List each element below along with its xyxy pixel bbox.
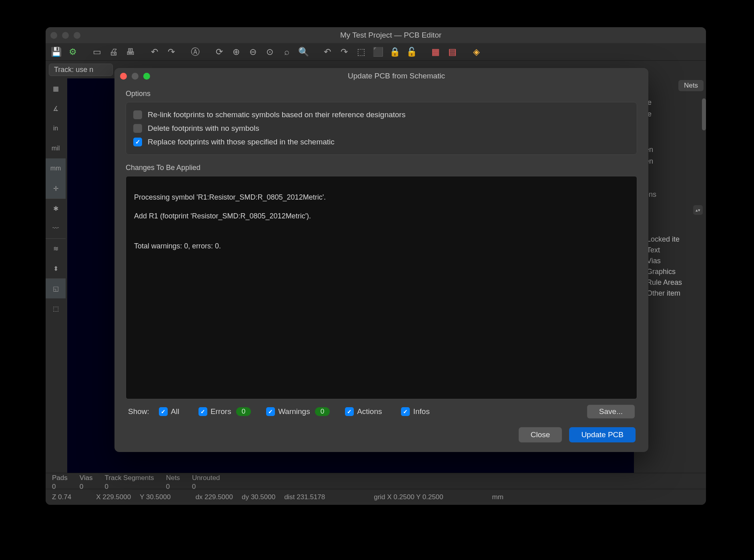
rotate-ccw-icon[interactable]: ↶ xyxy=(320,45,335,59)
zone-display-icon[interactable]: ◱ xyxy=(46,278,66,298)
show-warnings-toggle[interactable]: Warnings0 xyxy=(266,407,330,416)
plot-icon[interactable]: 🖶 xyxy=(123,45,138,59)
main-close-button[interactable] xyxy=(50,32,57,39)
replace-footprints-option[interactable]: Replace footprints with those specified … xyxy=(133,135,630,149)
check-label: Graphics xyxy=(647,268,676,276)
status-x: X 229.5000 xyxy=(96,493,131,501)
checkbox-checked-icon xyxy=(266,407,275,416)
track-width-combo[interactable]: Track: use n xyxy=(49,64,113,76)
show-filter-row: Show: All Errors0 Warnings0 Actions Info… xyxy=(126,399,637,418)
grid-toggle-icon[interactable]: ▦ xyxy=(46,78,66,98)
pads-label: Pads xyxy=(52,474,68,482)
log-line: Add R1 (footprint 'Resistor_SMD:R_0805_2… xyxy=(134,212,629,221)
dialog-actions: Close Update PCB xyxy=(126,418,637,446)
dialog-maximize-button[interactable] xyxy=(143,73,150,80)
zoom-out-icon[interactable]: ⊖ xyxy=(246,45,260,59)
save-icon[interactable]: 💾 xyxy=(49,45,63,59)
nets-label: Nets xyxy=(166,474,180,482)
checkbox-checked-icon xyxy=(345,407,354,416)
ratsnest-icon[interactable]: ✱ xyxy=(46,198,66,218)
close-button[interactable]: Close xyxy=(519,427,562,442)
filter-label: Actions xyxy=(357,407,382,416)
options-box: Re-link footprints to schematic symbols … xyxy=(126,102,637,155)
main-minimize-button[interactable] xyxy=(62,32,69,39)
flip-v-icon[interactable]: ⬛ xyxy=(371,45,385,59)
changes-log: Processing symbol 'R1:Resistor_SMD:R_080… xyxy=(126,176,637,399)
footprint-browser-icon[interactable]: ▤ xyxy=(445,45,459,59)
refresh-icon[interactable]: ⟳ xyxy=(212,45,227,59)
dialog-title: Update PCB from Schematic xyxy=(150,72,643,80)
unlock-icon[interactable]: 🔓 xyxy=(404,45,419,59)
checkbox-checked-icon xyxy=(401,407,410,416)
left-toolbar: ▦ ∡ in mil mm ✛ ✱ 〰 ≋ ⬍ ◱ ⬚ xyxy=(46,78,67,473)
flip-h-icon[interactable]: ⬚ xyxy=(354,45,368,59)
check-label: Vias xyxy=(647,257,661,265)
redo-icon[interactable]: ↷ xyxy=(164,45,178,59)
show-infos-toggle[interactable]: Infos xyxy=(401,407,429,416)
cursor-shape-icon[interactable]: ✛ xyxy=(46,178,66,198)
main-maximize-button[interactable] xyxy=(74,32,80,39)
main-window-title: My Test Project — PCB Editor xyxy=(80,31,701,40)
status-grid: grid X 0.2500 Y 0.2500 xyxy=(374,493,443,501)
scrollbar-thumb[interactable] xyxy=(702,98,706,130)
filter-label: Warnings xyxy=(278,407,310,416)
show-label: Show: xyxy=(128,407,149,416)
status-dx: dx 229.5000 xyxy=(195,493,233,501)
mils-unit-icon[interactable]: mil xyxy=(46,138,66,158)
undo-icon[interactable]: ↶ xyxy=(147,45,162,59)
tracks-label: Track Segments xyxy=(105,474,154,482)
save-report-button[interactable]: Save... xyxy=(587,405,635,418)
checkbox-checked-icon xyxy=(199,407,207,416)
filter-label: Errors xyxy=(211,407,231,416)
status-dist: dist 231.5178 xyxy=(284,493,325,501)
status-y: Y 30.5000 xyxy=(140,493,170,501)
log-line: Processing symbol 'R1:Resistor_SMD:R_080… xyxy=(134,193,629,202)
main-traffic-lights xyxy=(50,32,80,39)
status-dy: dy 30.5000 xyxy=(242,493,275,501)
delete-footprints-option[interactable]: Delete footprints with no symbols xyxy=(133,122,630,135)
zoom-tool-icon[interactable]: 🔍 xyxy=(296,45,311,59)
dialog-titlebar: Update PCB from Schematic xyxy=(114,68,648,84)
status-z: Z 0.74 xyxy=(52,493,71,501)
nets-tab[interactable]: Nets xyxy=(678,80,704,91)
check-label: Locked ite xyxy=(647,235,680,244)
inches-unit-icon[interactable]: in xyxy=(46,118,66,138)
check-label: Rule Areas xyxy=(647,278,682,287)
dialog-close-button[interactable] xyxy=(120,73,127,80)
relink-footprints-option[interactable]: Re-link footprints to schematic symbols … xyxy=(133,108,630,122)
show-actions-toggle[interactable]: Actions xyxy=(345,407,382,416)
zoom-fit-icon[interactable]: ⊙ xyxy=(263,45,277,59)
polar-coords-icon[interactable]: ∡ xyxy=(46,98,66,118)
changes-section-label: Changes To Be Applied xyxy=(126,164,637,172)
show-all-toggle[interactable]: All xyxy=(159,407,179,416)
vias-label: Vias xyxy=(80,474,93,482)
contrast-icon[interactable]: ⬍ xyxy=(46,258,66,278)
show-errors-toggle[interactable]: Errors0 xyxy=(199,407,251,416)
update-pcb-icon[interactable]: ◈ xyxy=(469,45,483,59)
checkbox-icon xyxy=(133,124,142,133)
mm-unit-icon[interactable]: mm xyxy=(46,158,66,178)
status-unit: mm xyxy=(492,493,503,501)
main-titlebar: My Test Project — PCB Editor xyxy=(46,27,706,43)
layers-icon[interactable]: ≋ xyxy=(46,238,66,258)
curved-ratsnest-icon[interactable]: 〰 xyxy=(46,218,66,238)
page-settings-icon[interactable]: ▭ xyxy=(90,45,104,59)
zoom-selection-icon[interactable]: ⌕ xyxy=(279,45,294,59)
find-icon[interactable]: Ⓐ xyxy=(188,45,203,59)
combo-stepper-icon[interactable]: ▴▾ xyxy=(693,205,703,215)
dialog-minimize-button[interactable] xyxy=(132,73,138,80)
footprint-editor-icon[interactable]: ▦ xyxy=(428,45,443,59)
update-pcb-button[interactable]: Update PCB xyxy=(569,427,636,442)
board-setup-icon[interactable]: ⚙ xyxy=(66,45,80,59)
log-total: Total warnings: 0, errors: 0. xyxy=(134,242,629,251)
zoom-in-icon[interactable]: ⊕ xyxy=(229,45,243,59)
option-label: Re-link footprints to schematic symbols … xyxy=(148,110,405,119)
status-bar-bottom: Z 0.74 X 229.5000 Y 30.5000 dx 229.5000 … xyxy=(46,489,706,505)
lock-icon[interactable]: 🔒 xyxy=(387,45,402,59)
check-label: Other item xyxy=(647,289,680,298)
filter-label: All xyxy=(171,407,179,416)
rotate-cw-icon[interactable]: ↷ xyxy=(337,45,351,59)
pad-display-icon[interactable]: ⬚ xyxy=(46,298,66,318)
print-icon[interactable]: 🖨 xyxy=(106,45,121,59)
checkbox-icon xyxy=(133,110,142,119)
